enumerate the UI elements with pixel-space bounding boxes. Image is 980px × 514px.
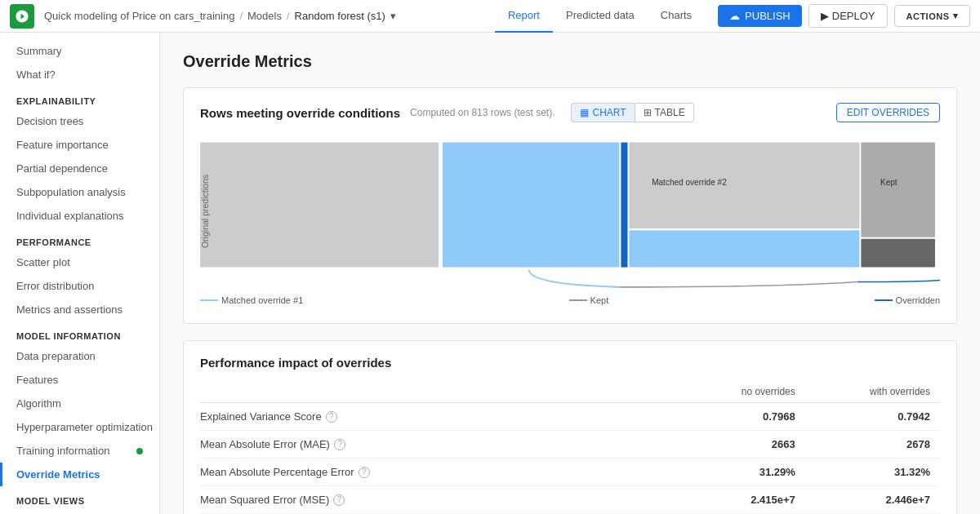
play-icon: ▶: [821, 10, 829, 22]
help-icon[interactable]: ?: [334, 439, 345, 450]
performance-table: no overrides with overrides Explained Va…: [200, 381, 940, 514]
chevron-down-icon[interactable]: ▾: [390, 10, 396, 22]
rows-header: Rows meeting override conditions Compute…: [200, 103, 940, 122]
edit-overrides-button[interactable]: EDIT OVERRIDES: [836, 103, 940, 122]
svg-rect-0: [200, 143, 439, 268]
top-nav-tabs: Report Predicted data Charts: [495, 0, 705, 33]
breadcrumb-sep2: /: [287, 10, 290, 22]
sidebar: Summary What if? EXPLAINABILITY Decision…: [0, 33, 160, 514]
sidebar-item-individual-explanations[interactable]: Individual explanations: [0, 204, 159, 228]
line-icon: [569, 299, 587, 301]
metric-name-cell: Explained Variance Score ?: [200, 403, 683, 431]
help-icon[interactable]: ?: [359, 467, 370, 478]
sankey-label-overridden: Overridden: [875, 295, 940, 305]
table-row: Mean Absolute Error (MAE) ? 2663 2678: [200, 431, 940, 459]
table-button[interactable]: ⊞ TABLE: [635, 103, 694, 122]
sidebar-item-subpopulation[interactable]: Subpopulation analysis: [0, 180, 159, 204]
chart-table-toggle: ▦ CHART ⊞ TABLE: [571, 103, 693, 122]
sankey-chart: Original predictions Matched override #2…: [200, 134, 940, 289]
no-overrides-value: 2663: [683, 431, 805, 459]
deploy-button[interactable]: ▶ DEPLOY: [808, 4, 888, 28]
publish-button[interactable]: ☁ PUBLISH: [718, 5, 802, 27]
col-metric: [200, 381, 683, 403]
sidebar-section-performance: PERFORMANCE: [0, 228, 159, 250]
publish-icon: ☁: [729, 10, 740, 22]
performance-title: Performance impact of overrides: [200, 356, 940, 370]
main-content: Override Metrics Rows meeting override c…: [160, 33, 980, 514]
sidebar-item-data-preparation[interactable]: Data preparation: [0, 344, 159, 368]
main-layout: Summary What if? EXPLAINABILITY Decision…: [0, 33, 980, 514]
actions-button[interactable]: ACTIONS ▾: [894, 5, 971, 27]
help-icon[interactable]: ?: [326, 411, 337, 423]
tab-charts[interactable]: Charts: [648, 0, 705, 33]
sidebar-item-metrics-assertions[interactable]: Metrics and assertions: [0, 298, 159, 321]
table-row: Mean Squared Error (MSE) ? 2.415e+7 2.44…: [200, 486, 940, 514]
tab-predicted-data[interactable]: Predicted data: [553, 0, 648, 33]
top-nav-actions: ☁ PUBLISH ▶ DEPLOY ACTIONS ▾: [718, 4, 970, 28]
sidebar-item-scatter-plot[interactable]: Scatter plot: [0, 250, 159, 274]
breadcrumb: Quick modeling of Price on cars_training…: [44, 10, 495, 22]
sidebar-section-explainability: EXPLAINABILITY: [0, 86, 159, 109]
line-icon: [875, 299, 893, 301]
breadcrumb-sep1: /: [239, 10, 243, 22]
app-logo: [10, 4, 34, 29]
table-icon: ⊞: [644, 107, 652, 118]
metric-name-cell: Mean Squared Error (MSE) ?: [200, 486, 683, 514]
with-overrides-value: 31.32%: [805, 459, 940, 486]
sidebar-item-features[interactable]: Features: [0, 368, 159, 392]
with-overrides-value: 0.7942: [805, 403, 940, 431]
table-header-row: no overrides with overrides: [200, 381, 940, 403]
chart-button[interactable]: ▦ CHART: [571, 103, 634, 122]
col-with-overrides: with overrides: [805, 381, 940, 403]
table-row: Explained Variance Score ? 0.7968 0.7942: [200, 403, 940, 431]
metric-name-cell: Mean Absolute Error (MAE) ?: [200, 431, 683, 459]
table-row: Mean Absolute Percentage Error ? 31.29% …: [200, 459, 940, 486]
rows-header-subtitle: Computed on 813 rows (test set).: [410, 107, 555, 118]
svg-rect-1: [443, 143, 619, 268]
no-overrides-value: 31.29%: [683, 459, 805, 486]
sankey-labels-row: Matched override #1 Kept Overridden: [200, 295, 940, 308]
svg-text:Matched override #2: Matched override #2: [652, 178, 727, 187]
svg-rect-4: [629, 230, 859, 267]
sankey-svg: Original predictions Matched override #2…: [200, 134, 940, 289]
sankey-label-override1: Matched override #1: [200, 295, 303, 305]
sidebar-section-model-information: MODEL INFORMATION: [0, 321, 159, 344]
page-title: Override Metrics: [183, 52, 957, 71]
breadcrumb-current[interactable]: Random forest (s1): [295, 10, 385, 22]
tab-report[interactable]: Report: [495, 0, 553, 33]
chart-icon: ▦: [580, 107, 589, 118]
top-nav: Quick modeling of Price on cars_training…: [0, 0, 980, 33]
svg-text:Kept: Kept: [880, 178, 898, 187]
svg-text:Original predictions: Original predictions: [201, 175, 210, 248]
sidebar-item-override-metrics[interactable]: Override Metrics: [0, 463, 159, 486]
rows-section: Rows meeting override conditions Compute…: [183, 87, 957, 324]
sidebar-item-algorithm[interactable]: Algorithm: [0, 392, 159, 415]
breadcrumb-models[interactable]: Models: [247, 10, 282, 22]
sidebar-item-training-information[interactable]: Training information: [0, 439, 159, 463]
col-no-overrides: no overrides: [683, 381, 805, 403]
performance-section: Performance impact of overrides no overr…: [183, 340, 957, 514]
sidebar-section-model-views: MODEL VIEWS: [0, 486, 159, 509]
breadcrumb-project[interactable]: Quick modeling of Price on cars_training: [44, 10, 234, 22]
rows-header-title: Rows meeting override conditions: [200, 106, 400, 120]
no-overrides-value: 2.415e+7: [683, 486, 805, 514]
active-dot-icon: [136, 448, 143, 454]
sidebar-item-hyperparameter[interactable]: Hyperparameter optimization: [0, 415, 159, 439]
no-overrides-value: 0.7968: [683, 403, 805, 431]
sidebar-item-summary[interactable]: Summary: [0, 39, 159, 63]
sankey-label-kept: Kept: [569, 295, 609, 305]
metric-name-cell: Mean Absolute Percentage Error ?: [200, 459, 683, 486]
svg-rect-6: [861, 239, 935, 268]
svg-rect-5: [861, 143, 935, 237]
with-overrides-value: 2.446e+7: [805, 486, 940, 514]
sidebar-item-decision-trees[interactable]: Decision trees: [0, 109, 159, 133]
chevron-down-icon: ▾: [953, 11, 959, 21]
with-overrides-value: 2678: [805, 431, 940, 459]
sidebar-item-whatif[interactable]: What if?: [0, 63, 159, 86]
sidebar-item-error-distribution[interactable]: Error distribution: [0, 274, 159, 298]
svg-rect-2: [621, 143, 627, 268]
sidebar-item-feature-importance[interactable]: Feature importance: [0, 133, 159, 157]
line-icon: [200, 299, 218, 301]
help-icon[interactable]: ?: [333, 494, 345, 506]
sidebar-item-partial-dependence[interactable]: Partial dependence: [0, 157, 159, 180]
